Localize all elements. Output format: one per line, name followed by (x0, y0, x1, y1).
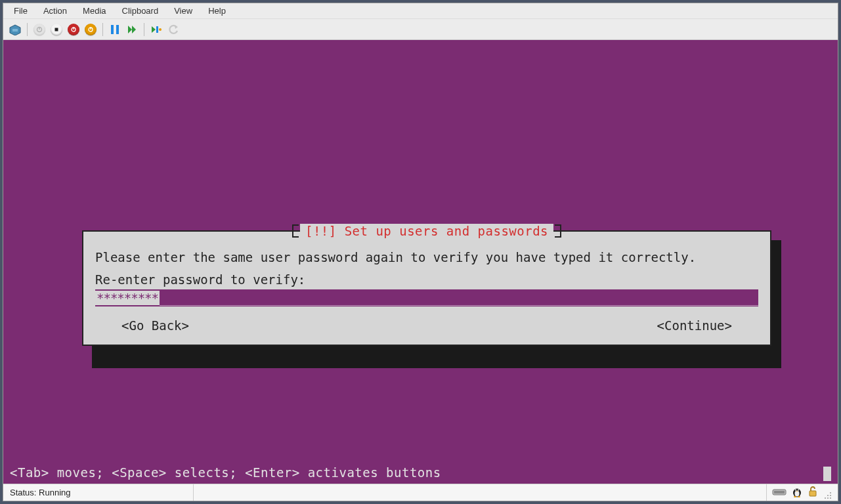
menu-action[interactable]: Action (35, 4, 75, 18)
svg-point-23 (798, 496, 800, 497)
svg-point-27 (830, 495, 831, 496)
go-back-button[interactable]: <Go Back> (121, 318, 189, 333)
password-fill-line (160, 293, 758, 306)
password-input[interactable]: ********* (95, 289, 758, 306)
dialog-instruction: Please enter the same user password agai… (95, 250, 758, 264)
svg-marker-9 (128, 26, 132, 33)
svg-rect-7 (111, 25, 114, 34)
menubar: File Action Media Clipboard View Help (3, 3, 838, 19)
svg-point-28 (825, 497, 826, 499)
vm-display[interactable]: [!!] Set up users and passwords Please e… (3, 40, 838, 484)
password-masked-value: ********* (95, 291, 160, 305)
status-text: Status: Running (3, 484, 194, 501)
menu-file[interactable]: File (6, 4, 35, 18)
revert-icon (167, 23, 180, 36)
checkpoint-icon[interactable] (150, 23, 163, 36)
ctrl-alt-del-icon[interactable] (9, 23, 22, 36)
turn-off-icon[interactable] (50, 23, 63, 36)
svg-rect-2 (55, 28, 58, 31)
shutdown-icon[interactable] (67, 23, 80, 36)
toolbar-separator (144, 23, 144, 36)
dialog-title-bar: [!!] Set up users and passwords (83, 224, 770, 238)
menu-clipboard[interactable]: Clipboard (114, 4, 167, 18)
menu-media[interactable]: Media (75, 4, 114, 18)
toolbar (3, 19, 838, 40)
svg-point-13 (159, 28, 162, 31)
statusbar: Status: Running (3, 484, 838, 501)
svg-point-30 (830, 497, 831, 499)
save-state-icon[interactable] (84, 23, 97, 36)
svg-marker-11 (152, 26, 156, 33)
svg-rect-16 (774, 491, 785, 494)
keyboard-icon (772, 488, 787, 497)
svg-rect-24 (809, 491, 816, 496)
svg-point-25 (830, 492, 831, 494)
dialog-actions: <Go Back> <Continue> (95, 318, 758, 333)
vm-connection-window: File Action Media Clipboard View Help (3, 3, 838, 501)
toolbar-separator (27, 23, 28, 36)
toolbar-separator (102, 23, 103, 36)
svg-point-29 (827, 497, 829, 499)
resize-grip-icon[interactable] (823, 490, 832, 501)
lock-open-icon[interactable] (808, 486, 818, 499)
menu-help[interactable]: Help (200, 4, 234, 18)
svg-point-19 (795, 490, 796, 491)
penguin-icon (792, 486, 802, 499)
svg-rect-12 (156, 26, 158, 33)
svg-point-22 (794, 496, 796, 497)
password-prompt-label: Re-enter password to verify: (95, 272, 758, 287)
menu-view[interactable]: View (166, 4, 200, 18)
svg-point-26 (827, 495, 829, 496)
svg-marker-10 (132, 26, 136, 33)
installer-dialog: [!!] Set up users and passwords Please e… (82, 230, 771, 346)
dialog-title: [!!] Set up users and passwords (300, 224, 553, 238)
continue-button[interactable]: <Continue> (657, 318, 732, 333)
power-on-icon (33, 23, 46, 36)
status-spacer (194, 484, 767, 501)
svg-point-20 (798, 490, 799, 491)
text-cursor (823, 467, 831, 481)
pause-icon[interactable] (108, 23, 121, 36)
svg-rect-8 (116, 25, 119, 34)
status-tray (767, 484, 838, 501)
reset-icon[interactable] (125, 23, 139, 36)
keyboard-hint: <Tab> moves; <Space> selects; <Enter> ac… (10, 465, 441, 480)
